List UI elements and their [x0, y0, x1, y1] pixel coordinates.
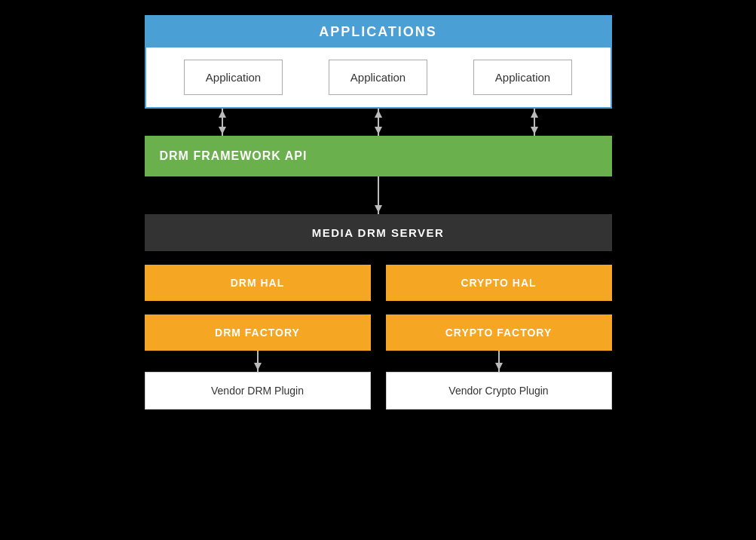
diagram-container: APPLICATIONS Application Application App… [145, 15, 612, 410]
crypto-hal-box: CRYPTO HAL [386, 265, 612, 301]
app-label-2: Application [350, 71, 406, 84]
svg-marker-2 [219, 127, 226, 134]
spacer-1 [145, 251, 612, 265]
arrows-app-to-drm [145, 109, 612, 136]
crypto-factory-label: CRYPTO FACTORY [445, 327, 552, 339]
drm-factory-label: DRM FACTORY [215, 327, 300, 339]
drm-factory-box: DRM FACTORY [145, 314, 371, 351]
drm-framework-block: DRM FRAMEWORK API [145, 136, 612, 176]
applications-block: APPLICATIONS Application Application App… [145, 15, 612, 109]
vendor-drm-box: Vendor DRM Plugin [145, 372, 371, 410]
drm-hal-box: DRM HAL [145, 265, 371, 301]
svg-marker-7 [531, 110, 538, 118]
svg-marker-8 [531, 127, 538, 134]
connector-drm-to-media [145, 176, 612, 214]
drm-framework-label: DRM FRAMEWORK API [160, 149, 308, 163]
app-box-1: Application [184, 60, 283, 95]
media-drm-label: MEDIA DRM SERVER [312, 226, 445, 239]
crypto-hal-label: CRYPTO HAL [461, 277, 536, 289]
arrows-factory-to-vendor [145, 351, 612, 372]
app-label-3: Application [495, 71, 550, 84]
gap-1 [145, 176, 612, 214]
app-label-1: Application [206, 71, 261, 84]
svg-marker-5 [375, 127, 382, 134]
vendor-drm-label: Vendor DRM Plugin [211, 385, 304, 397]
drm-hal-label: DRM HAL [231, 277, 285, 289]
vendor-crypto-label: Vendor Crypto Plugin [448, 385, 548, 397]
vendor-crypto-box: Vendor Crypto Plugin [386, 372, 612, 410]
hal-row: DRM HAL CRYPTO HAL [145, 265, 612, 301]
app-box-2: Application [329, 60, 427, 95]
applications-body: Application Application Application [146, 48, 611, 107]
applications-header: APPLICATIONS [146, 17, 611, 48]
crypto-factory-box: CRYPTO FACTORY [386, 314, 612, 351]
app-box-3: Application [473, 60, 572, 95]
factory-row: DRM FACTORY CRYPTO FACTORY [145, 314, 612, 351]
svg-marker-12 [254, 363, 262, 370]
svg-marker-10 [375, 205, 382, 213]
spacer-2 [145, 301, 612, 314]
vendor-row: Vendor DRM Plugin Vendor Crypto Plugin [145, 372, 612, 410]
svg-marker-4 [375, 110, 382, 118]
media-drm-block: MEDIA DRM SERVER [145, 214, 612, 251]
svg-marker-1 [219, 110, 226, 118]
svg-marker-14 [495, 363, 503, 370]
